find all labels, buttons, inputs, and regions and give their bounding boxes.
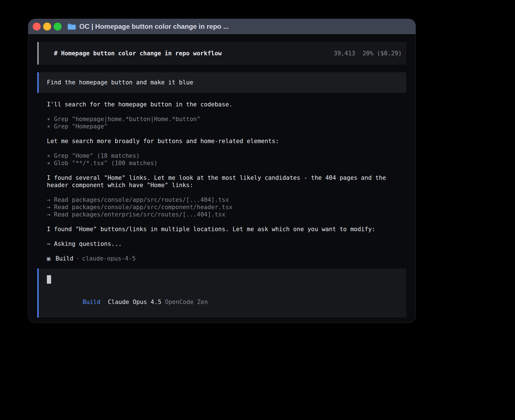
- close-button[interactable]: [33, 23, 41, 30]
- terminal-window: OC | Homepage button color change in rep…: [28, 19, 416, 323]
- tool-call-group: ∗ Grep "homepage|home.*button|Home.*butt…: [47, 115, 406, 130]
- input-status-line: BuildClaude Opus 4.5OpenCode Zen: [47, 291, 402, 313]
- agent-separator: ·: [76, 255, 80, 262]
- terminal-content: # Homepage button color change in repo w…: [28, 34, 416, 323]
- agent-model: claude-opus-4-5: [82, 255, 136, 262]
- tool-call: ∗ Grep "Home" (18 matches): [47, 152, 406, 159]
- agent-mode-label[interactable]: Build: [82, 299, 100, 305]
- model-label[interactable]: Claude Opus 4.5: [108, 299, 162, 305]
- tool-call: → Read packages/console/app/src/routes/[…: [47, 196, 406, 204]
- tool-call: ∗ Glob "**/*.tsx" (100 matches): [47, 159, 406, 167]
- session-title: # Homepage button color change in repo w…: [54, 50, 222, 57]
- assistant-message: I found "Home" buttons/links in multiple…: [47, 226, 406, 233]
- session-header: # Homepage button color change in repo w…: [37, 42, 406, 65]
- asking-questions-status: ~ Asking questions...: [47, 240, 406, 248]
- assistant-message: I found several "Home" links. Let me loo…: [47, 174, 406, 189]
- tool-call: ∗ Grep "Homepage": [47, 123, 406, 130]
- folder-icon: [67, 23, 76, 30]
- assistant-message: Let me search more broadly for buttons a…: [47, 137, 406, 145]
- assistant-text: I'll search for the homepage button in t…: [47, 101, 406, 108]
- user-message-text: Find the homepage button and make it blu…: [47, 79, 402, 86]
- agent-status-row: ▣ Build · claude-opus-4-5: [47, 255, 406, 262]
- assistant-text: Let me search more broadly for buttons a…: [47, 137, 406, 145]
- assistant-status: ~ Asking questions...: [47, 240, 406, 248]
- minimize-button[interactable]: [43, 23, 51, 30]
- tool-call: ∗ Grep "homepage|home.*button|Home.*butt…: [47, 115, 406, 123]
- assistant-text: I found several "Home" links. Let me loo…: [47, 174, 406, 189]
- prompt-input[interactable]: BuildClaude Opus 4.5OpenCode Zen: [37, 268, 406, 318]
- context-cost: 20% ($0.29): [363, 50, 402, 57]
- titlebar: OC | Homepage button color change in rep…: [28, 19, 416, 34]
- assistant-message: I'll search for the homepage button in t…: [47, 101, 406, 108]
- tool-call-group: ∗ Grep "Home" (18 matches) ∗ Glob "**/*.…: [47, 152, 406, 167]
- session-stats: 39,413 20% ($0.29): [334, 50, 402, 57]
- user-message: Find the homepage button and make it blu…: [37, 72, 406, 93]
- screen: OC | Homepage button color change in rep…: [0, 0, 515, 420]
- tool-call-group: → Read packages/console/app/src/routes/[…: [47, 196, 406, 218]
- provider-label: OpenCode Zen: [165, 299, 208, 305]
- assistant-text: I found "Home" buttons/links in multiple…: [47, 226, 406, 233]
- agent-name: Build: [56, 255, 73, 262]
- window-title: OC | Homepage button color change in rep…: [79, 23, 229, 30]
- traffic-lights: [33, 23, 62, 30]
- assistant-transcript: I'll search for the homepage button in t…: [47, 101, 406, 248]
- zoom-button[interactable]: [54, 23, 62, 30]
- text-cursor: [47, 275, 51, 284]
- tool-call: → Read packages/enterprise/src/routes/[.…: [47, 211, 406, 218]
- agent-icon: ▣: [47, 255, 51, 262]
- token-count: 39,413: [334, 50, 355, 57]
- tool-call: → Read packages/console/app/src/componen…: [47, 204, 406, 211]
